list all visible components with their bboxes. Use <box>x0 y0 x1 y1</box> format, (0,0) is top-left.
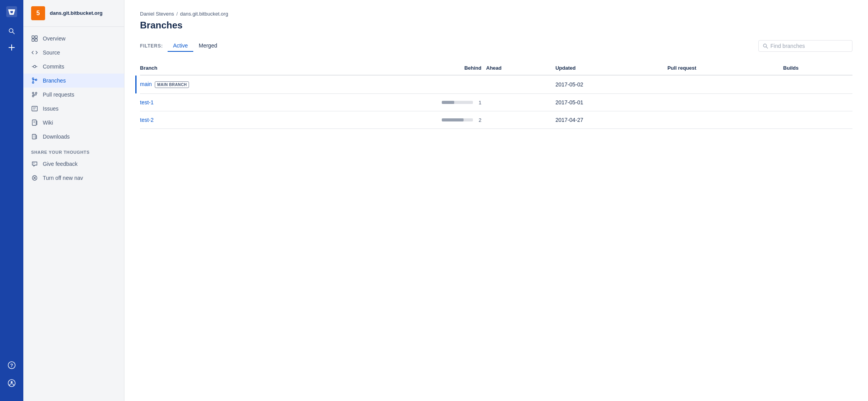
breadcrumb-sep: / <box>176 11 178 17</box>
svg-line-2 <box>13 32 15 34</box>
main-content: Daniel Stevens / dans.git.bitbucket.org … <box>124 0 868 401</box>
help-icon[interactable]: ? <box>5 358 19 372</box>
user-icon[interactable] <box>5 376 19 390</box>
pr-cell-test-2 <box>667 111 783 129</box>
create-icon[interactable] <box>5 40 19 55</box>
table-row: test-222017-04-27 <box>140 111 852 129</box>
filter-active[interactable]: Active <box>168 40 193 52</box>
filters-label: FILTERS: <box>140 43 163 49</box>
behind-cell-main <box>326 75 486 94</box>
sidebar-label-overview: Overview <box>43 35 65 42</box>
commits-icon <box>31 63 38 70</box>
svg-rect-31 <box>32 134 36 139</box>
col-ahead: Ahead <box>486 61 555 75</box>
ahead-cell-test-1 <box>486 94 555 111</box>
search-branches-icon <box>763 43 768 49</box>
svg-text:?: ? <box>10 363 13 368</box>
page-title: Branches <box>140 20 852 31</box>
svg-point-23 <box>35 92 37 94</box>
table-row: test-112017-05-01 <box>140 94 852 111</box>
icon-bar: ? <box>0 0 23 401</box>
svg-rect-9 <box>32 36 34 38</box>
breadcrumb: Daniel Stevens / dans.git.bitbucket.org <box>140 11 852 17</box>
find-branches-field[interactable] <box>758 40 852 52</box>
repo-header: 5 dans.git.bitbucket.org <box>23 0 124 27</box>
sidebar: 5 dans.git.bitbucket.org Overview Source… <box>23 0 124 401</box>
branch-name-cell: mainMAIN BRANCH <box>140 75 326 94</box>
col-builds: Builds <box>783 61 852 75</box>
updated-cell-main: 2017-05-02 <box>555 75 667 94</box>
updated-cell-test-2: 2017-04-27 <box>555 111 667 129</box>
turn-off-icon <box>31 174 38 181</box>
give-feedback-label: Give feedback <box>43 161 78 167</box>
sidebar-item-branches[interactable]: Branches <box>23 74 124 88</box>
main-branch-badge: MAIN BRANCH <box>155 81 189 88</box>
branch-link-test-1[interactable]: test-1 <box>140 99 154 106</box>
sidebar-item-commits[interactable]: Commits <box>23 60 124 74</box>
branch-name-cell: test-1 <box>140 94 326 111</box>
sidebar-item-source[interactable]: Source <box>23 46 124 60</box>
sidebar-label-commits: Commits <box>43 63 64 70</box>
overview-icon <box>31 35 38 42</box>
svg-rect-10 <box>35 36 37 38</box>
wiki-icon <box>31 119 38 126</box>
svg-point-8 <box>11 381 13 383</box>
repo-name: dans.git.bitbucket.org <box>50 10 103 17</box>
svg-point-13 <box>33 65 36 68</box>
search-icon[interactable] <box>5 24 19 38</box>
svg-rect-0 <box>6 6 17 17</box>
behind-cell-test-1: 1 <box>326 94 486 111</box>
col-pull-request: Pull request <box>667 61 783 75</box>
sidebar-item-overview[interactable]: Overview <box>23 32 124 46</box>
col-branch: Branch <box>140 61 326 75</box>
builds-cell-main <box>783 75 852 94</box>
branch-name-cell: test-2 <box>140 111 326 129</box>
feedback-icon <box>31 160 38 167</box>
sidebar-item-give-feedback[interactable]: Give feedback <box>23 157 124 171</box>
sidebar-label-source: Source <box>43 49 60 56</box>
turn-off-nav-label: Turn off new nav <box>43 175 83 181</box>
svg-rect-24 <box>32 106 37 111</box>
filter-merged[interactable]: Merged <box>193 40 222 52</box>
pr-cell-test-1 <box>667 94 783 111</box>
updated-cell-test-1: 2017-05-01 <box>555 94 667 111</box>
ahead-cell-main <box>486 75 555 94</box>
sidebar-label-branches: Branches <box>43 77 66 84</box>
branch-link-main[interactable]: main <box>140 81 152 87</box>
table-row: mainMAIN BRANCH2017-05-02 <box>140 75 852 94</box>
sidebar-item-pull-requests[interactable]: Pull requests <box>23 88 124 102</box>
filters-row: FILTERS: Active Merged <box>140 40 852 52</box>
col-updated: Updated <box>555 61 667 75</box>
behind-cell-test-2: 2 <box>326 111 486 129</box>
issues-icon <box>31 105 38 112</box>
sidebar-label-wiki: Wiki <box>43 120 53 126</box>
sidebar-item-issues[interactable]: Issues <box>23 102 124 116</box>
builds-cell-test-2 <box>783 111 852 129</box>
ahead-cell-test-2 <box>486 111 555 129</box>
builds-cell-test-1 <box>783 94 852 111</box>
source-icon <box>31 49 38 56</box>
filters-left: FILTERS: Active Merged <box>140 40 222 52</box>
svg-rect-11 <box>32 39 34 41</box>
col-behind: Behind <box>326 61 486 75</box>
sidebar-item-downloads[interactable]: Downloads <box>23 130 124 144</box>
sidebar-item-turn-off-nav[interactable]: Turn off new nav <box>23 171 124 185</box>
branch-link-test-2[interactable]: test-2 <box>140 117 154 123</box>
svg-point-20 <box>32 92 34 94</box>
sidebar-nav: Overview Source Commits Branches Pull re… <box>23 27 124 401</box>
svg-point-21 <box>32 95 34 97</box>
svg-line-40 <box>766 47 768 48</box>
svg-point-17 <box>32 82 34 83</box>
svg-point-16 <box>32 78 34 79</box>
sidebar-label-issues: Issues <box>43 106 58 112</box>
pull-requests-icon <box>31 91 38 98</box>
bitbucket-logo[interactable] <box>5 5 19 19</box>
sidebar-item-wiki[interactable]: Wiki <box>23 116 124 130</box>
breadcrumb-user[interactable]: Daniel Stevens <box>140 11 174 17</box>
svg-rect-12 <box>35 39 37 41</box>
breadcrumb-repo[interactable]: dans.git.bitbucket.org <box>180 11 228 17</box>
branches-table: Branch Behind Ahead Updated Pull request… <box>140 61 852 129</box>
branches-icon <box>31 77 38 84</box>
find-branches-input[interactable] <box>770 43 848 49</box>
pr-cell-main <box>667 75 783 94</box>
